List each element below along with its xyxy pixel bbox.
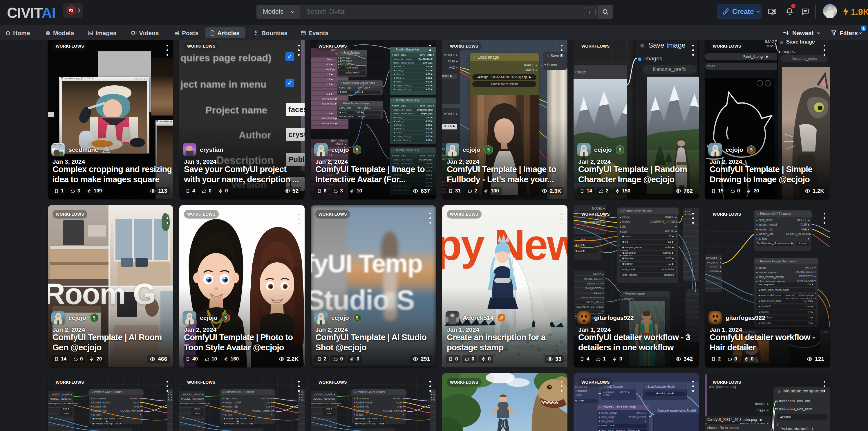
svg-text:5: 5	[487, 148, 490, 152]
svg-text:5: 5	[356, 148, 358, 152]
svg-text:5: 5	[750, 148, 752, 152]
svg-text:5: 5	[93, 315, 95, 320]
svg-text:5: 5	[224, 315, 227, 320]
svg-text:5: 5	[619, 148, 621, 152]
svg-text:5: 5	[356, 315, 358, 320]
